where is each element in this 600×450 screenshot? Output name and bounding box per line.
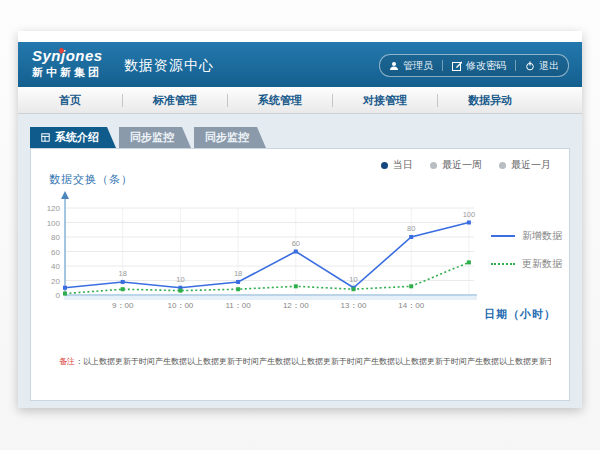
radio-dot-icon: [499, 162, 506, 169]
legend-new-data: 新增数据: [491, 229, 562, 243]
page-title: 数据资源中心: [124, 57, 214, 75]
tab-label: 系统介绍: [55, 130, 99, 145]
user-icon: [389, 61, 399, 71]
svg-text:11：00: 11：00: [225, 301, 251, 310]
legend-label: 更新数据: [522, 257, 562, 271]
x-axis-title: 日期（小时）: [484, 307, 556, 322]
logo-subtext: 新中新集团: [32, 65, 103, 79]
svg-text:9：00: 9：00: [112, 301, 134, 310]
svg-text:10: 10: [176, 275, 184, 284]
svg-text:12：00: 12：00: [283, 301, 309, 310]
main-nav: 首页 标准管理 系统管理 对接管理 数据异动: [18, 87, 582, 114]
svg-text:13：00: 13：00: [341, 301, 367, 310]
svg-text:14：00: 14：00: [398, 301, 424, 310]
nav-item-label: 数据异动: [468, 93, 512, 108]
tab-sync-monitor-1[interactable]: 同步监控: [119, 127, 191, 148]
svg-text:18: 18: [119, 269, 127, 278]
app-window: Synjones 新中新集团 数据资源中心 管理员 修改密码: [18, 31, 582, 408]
nav-item-system-mgmt[interactable]: 系统管理: [228, 87, 332, 113]
power-icon: [525, 61, 535, 71]
line-chart: 0204060801001209：0010：0011：0012：0013：001…: [37, 191, 507, 315]
tab-system-intro[interactable]: 系统介绍: [30, 127, 116, 148]
tab-bar: 系统介绍 同步监控 同步监控: [30, 127, 266, 148]
change-password-button[interactable]: 修改密码: [443, 55, 515, 76]
filter-label: 最近一月: [511, 158, 551, 172]
legend-label: 新增数据: [522, 229, 562, 243]
filter-last-month[interactable]: 最近一月: [499, 158, 551, 172]
filter-label: 最近一周: [442, 158, 482, 172]
svg-text:80: 80: [407, 224, 415, 233]
content-area: 系统介绍 同步监控 同步监控 当日 最近一周: [18, 114, 582, 408]
svg-text:0: 0: [56, 291, 61, 300]
filter-label: 当日: [393, 158, 413, 172]
chart-panel: 当日 最近一周 最近一月 数据交换（条） 0204060801001209：00…: [30, 148, 570, 401]
current-user-button[interactable]: 管理员: [380, 55, 442, 76]
radio-dot-icon: [430, 162, 437, 169]
svg-text:10：00: 10：00: [168, 301, 194, 310]
nav-item-data-change[interactable]: 数据异动: [438, 87, 542, 113]
nav-item-standard-mgmt[interactable]: 标准管理: [123, 87, 227, 113]
svg-text:120: 120: [47, 204, 61, 213]
filter-last-week[interactable]: 最近一周: [430, 158, 482, 172]
app-header: Synjones 新中新集团 数据资源中心 管理员 修改密码: [18, 42, 582, 87]
svg-text:80: 80: [51, 233, 60, 242]
nav-item-label: 标准管理: [153, 93, 197, 108]
svg-text:10: 10: [349, 275, 357, 284]
nav-item-home[interactable]: 首页: [18, 87, 122, 113]
svg-text:60: 60: [292, 239, 300, 248]
radio-dot-icon: [381, 162, 388, 169]
tab-sync-monitor-2[interactable]: 同步监控: [194, 127, 266, 148]
legend-update-data: 更新数据: [491, 257, 562, 271]
current-user-label: 管理员: [403, 59, 433, 73]
y-axis-title: 数据交换（条）: [49, 172, 133, 187]
svg-text:40: 40: [51, 262, 60, 271]
svg-text:20: 20: [51, 277, 60, 286]
nav-item-label: 系统管理: [258, 93, 302, 108]
svg-text:18: 18: [234, 269, 242, 278]
svg-text:100: 100: [463, 210, 476, 219]
company-logo: Synjones 新中新集团: [32, 47, 103, 79]
svg-text:60: 60: [51, 248, 60, 257]
tab-label: 同步监控: [205, 130, 249, 145]
user-toolbar: 管理员 修改密码 退出: [379, 54, 569, 77]
document-grid-icon: [41, 133, 50, 142]
filter-today[interactable]: 当日: [381, 158, 413, 172]
nav-item-label: 对接管理: [363, 93, 407, 108]
logo-text: Synjones: [32, 47, 103, 65]
chart-legend: 新增数据 更新数据: [491, 229, 562, 271]
nav-item-label: 首页: [59, 93, 81, 108]
footnote-prefix: 备注: [59, 357, 75, 366]
tab-label: 同步监控: [130, 130, 174, 145]
time-range-filters: 当日 最近一周 最近一月: [381, 158, 551, 172]
solid-line-swatch-icon: [491, 235, 515, 237]
footnote: 备注：以上数据更新于时间产生数据以上数据更新于时间产生数据以上数据更新于时间产生…: [59, 356, 551, 367]
edit-icon: [452, 61, 462, 71]
svg-text:100: 100: [47, 219, 61, 228]
nav-item-interface-mgmt[interactable]: 对接管理: [333, 87, 437, 113]
logout-label: 退出: [539, 59, 559, 73]
logout-button[interactable]: 退出: [516, 55, 568, 76]
footnote-body: ：以上数据更新于时间产生数据以上数据更新于时间产生数据以上数据更新于时间产生数据…: [75, 357, 551, 366]
change-password-label: 修改密码: [466, 59, 506, 73]
dotted-line-swatch-icon: [491, 263, 515, 265]
